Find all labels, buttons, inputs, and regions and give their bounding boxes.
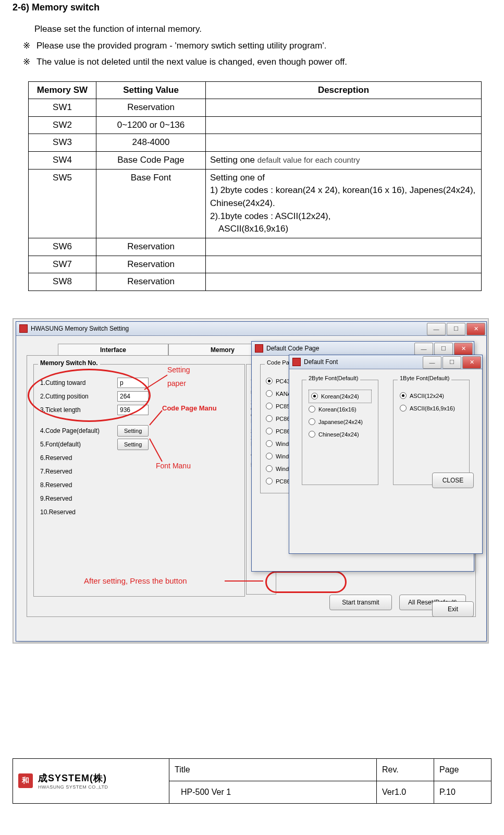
app-icon xyxy=(19,324,28,333)
cell-desc xyxy=(206,238,482,256)
radio-icon xyxy=(266,415,273,422)
radio-icon xyxy=(266,478,273,485)
table-row: SW6 Reservation xyxy=(29,238,482,256)
titlebar: HWASUNG Memory Switch Setting — ☐ ✕ xyxy=(16,322,486,336)
desc-line: 2).1byte codes : ASCII(12x24), xyxy=(210,211,331,221)
exit-button[interactable]: Exit xyxy=(432,601,474,617)
maximize-icon[interactable]: ☐ xyxy=(447,323,465,335)
row-label: 6.Reserved xyxy=(40,454,113,462)
logo-icon: 和 xyxy=(18,773,33,788)
row-label: 8.Reserved xyxy=(40,481,113,489)
option-label: ASCII(12x24) xyxy=(410,393,444,399)
desc-sub: default value for each country xyxy=(257,155,360,164)
page-root: 2-6) Memory switch Please set the functi… xyxy=(0,0,504,804)
font-option[interactable]: Korean(24x24) xyxy=(309,390,372,403)
th-memory-sw: Memory SW xyxy=(29,81,96,99)
option-label: Japanese(24x24) xyxy=(318,419,363,425)
cell-desc: Setting one default value for each count… xyxy=(206,152,482,170)
row-label: 7.Reserved xyxy=(40,468,113,475)
font-option[interactable]: Korean(16x16) xyxy=(309,403,372,416)
table-row: SW1 Reservation xyxy=(29,99,482,117)
memory-switch-group: Memory Switch No. 1.Cutting toward 2.Cut… xyxy=(33,364,245,597)
window-title: Default Code Page xyxy=(266,345,319,352)
onebyte-font-group: 1Byte Font(Default) ASCII(12x24) ASCII(8… xyxy=(393,380,470,485)
font-option[interactable]: Japanese(24x24) xyxy=(309,416,372,428)
titlebar: Default Font — ☐ ✕ xyxy=(289,355,482,369)
logo-cell: 和 成SYSTEM(株) HWASUNG SYSTEM CO.,LTD xyxy=(13,758,169,803)
start-transmit-button[interactable]: Start transmit xyxy=(329,595,392,610)
table-row: SW2 0~1200 or 0~136 xyxy=(29,116,482,134)
minimize-icon[interactable]: — xyxy=(414,343,433,355)
group-title: 2Byte Font(Default) xyxy=(306,375,360,381)
app-icon xyxy=(292,358,301,366)
font-setting-button[interactable]: Setting xyxy=(117,439,149,450)
radio-icon xyxy=(309,431,315,438)
option-label: Korean(24x24) xyxy=(321,393,359,400)
footer-label-title: Title xyxy=(169,758,377,781)
cutting-position-input[interactable] xyxy=(117,391,149,402)
minimize-icon[interactable]: — xyxy=(427,323,446,335)
note-marker-icon: ※ xyxy=(22,39,31,53)
font-option[interactable]: ASCII(12x24) xyxy=(400,390,463,402)
radio-icon xyxy=(266,453,273,459)
note-2-text: The value is not deleted until the next … xyxy=(36,55,491,69)
tab-interface[interactable]: Interface xyxy=(58,344,168,356)
cell-sw: SW7 xyxy=(29,256,96,273)
logo-sub-text: HWASUNG SYSTEM CO.,LTD xyxy=(38,784,108,790)
cell-desc xyxy=(206,99,482,117)
default-font-window: Default Font — ☐ ✕ 2Byte Font(Default) K… xyxy=(289,355,483,554)
row-label: 3.Ticket length xyxy=(40,406,113,414)
cell-desc: Setting one of 1) 2byte codes : korean(2… xyxy=(206,169,482,238)
cell-value: 0~1200 or 0~136 xyxy=(96,116,206,134)
note-2: ※ The value is not deleted until the nex… xyxy=(22,55,491,69)
note-1-text: Please use the provided program - 'memor… xyxy=(36,39,491,53)
table-row: SW5 Base Font Setting one of 1) 2byte co… xyxy=(29,169,482,238)
font-close-button[interactable]: CLOSE xyxy=(432,473,474,488)
cell-value: Reservation xyxy=(96,273,206,291)
note-1: ※ Please use the provided program - 'mem… xyxy=(22,39,491,53)
ticket-length-input[interactable] xyxy=(117,405,149,415)
logo-main-text: 成SYSTEM(株) xyxy=(38,772,108,784)
row-label: 5.Font(default) xyxy=(40,441,113,448)
cell-sw: SW2 xyxy=(29,116,96,134)
row-label: 4.Code Page(default) xyxy=(40,427,113,434)
footer-value-title: HP-500 Ver 1 xyxy=(169,781,377,803)
cell-value: 248-4000 xyxy=(96,134,206,152)
cutting-toward-input[interactable] xyxy=(117,378,149,388)
codepage-setting-button[interactable]: Setting xyxy=(117,425,149,437)
footer-value-rev: Ver1.0 xyxy=(377,781,434,803)
row-label: 10.Reserved xyxy=(40,509,113,516)
maximize-icon[interactable]: ☐ xyxy=(442,356,461,369)
cell-sw: SW3 xyxy=(29,134,96,152)
cell-sw: SW4 xyxy=(29,152,96,170)
radio-icon xyxy=(266,403,273,409)
close-icon[interactable]: ✕ xyxy=(466,323,485,335)
table-header-row: Memory SW Setting Value Descreption xyxy=(29,81,482,99)
radio-icon xyxy=(311,393,318,400)
titlebar: Default Code Page — ☐ ✕ xyxy=(252,342,474,356)
cell-value: Reservation xyxy=(96,238,206,256)
maximize-icon[interactable]: ☐ xyxy=(434,343,453,355)
radio-icon xyxy=(309,418,315,425)
radio-icon xyxy=(266,390,273,397)
option-label: ASCII(8x16,9x16) xyxy=(410,405,455,412)
close-icon[interactable]: ✕ xyxy=(462,356,481,369)
note-marker-icon: ※ xyxy=(22,55,31,69)
font-option[interactable]: Chinese(24x24) xyxy=(309,428,372,441)
row-label: 2.Cutting position xyxy=(40,393,113,400)
table-row: SW7 Reservation xyxy=(29,256,482,273)
radio-icon xyxy=(309,406,315,413)
minimize-icon[interactable]: — xyxy=(423,356,441,369)
group-title: Memory Switch No. xyxy=(38,359,100,367)
cell-value: Reservation xyxy=(96,99,206,117)
cell-desc xyxy=(206,134,482,152)
table-row: SW8 Reservation xyxy=(29,273,482,291)
th-description: Descreption xyxy=(206,81,482,99)
cell-sw: SW6 xyxy=(29,238,96,256)
font-option[interactable]: ASCII(8x16,9x16) xyxy=(400,402,463,415)
table-row: SW4 Base Code Page Setting one default v… xyxy=(29,152,482,170)
app-icon xyxy=(255,344,263,353)
close-icon[interactable]: ✕ xyxy=(454,343,473,355)
footer-value-page: P.10 xyxy=(434,781,491,803)
memory-switch-table: Memory SW Setting Value Descreption SW1 … xyxy=(28,81,482,291)
